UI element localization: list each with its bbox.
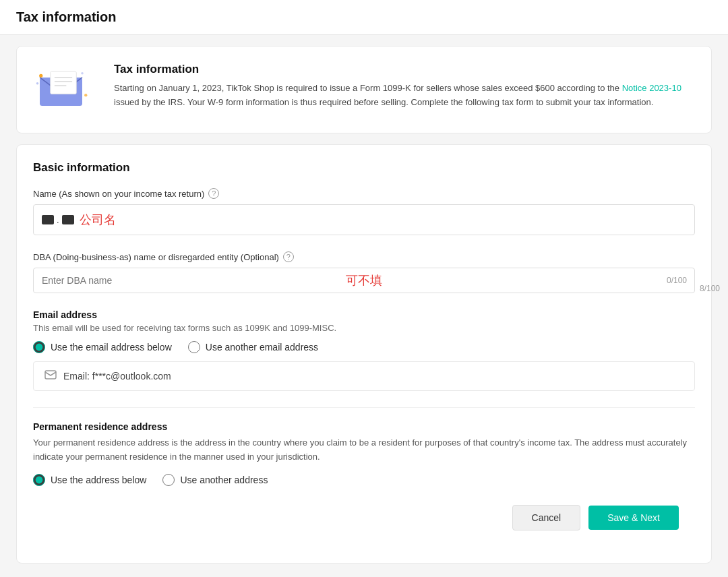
name-redacted: . <box>42 215 74 225</box>
email-section-desc: This email will be used for receiving ta… <box>33 323 695 333</box>
email-option-below-label: Use the email address below <box>51 342 172 353</box>
email-icon <box>44 370 57 382</box>
svg-point-7 <box>84 94 87 96</box>
address-section-title: Permanent residence address <box>33 421 695 432</box>
tax-info-title: Tax information <box>114 63 695 76</box>
basic-info-title: Basic information <box>33 161 695 175</box>
svg-point-5 <box>39 74 42 78</box>
name-dot: . <box>57 215 59 225</box>
redacted-block-2 <box>62 215 74 224</box>
redacted-block-1 <box>42 215 54 224</box>
dba-char-count: 0/100 <box>667 276 687 285</box>
dba-input[interactable] <box>33 268 695 293</box>
address-option-below[interactable]: Use the address below <box>33 474 146 486</box>
tax-info-description: Starting on January 1, 2023, TikTok Shop… <box>114 82 695 110</box>
email-section-title: Email address <box>33 309 695 320</box>
email-radio-another[interactable] <box>188 341 200 353</box>
email-value: f***c@outlook.com <box>92 371 171 382</box>
svg-point-6 <box>36 82 39 85</box>
address-option-below-label: Use the address below <box>51 475 146 485</box>
svg-rect-9 <box>45 371 56 379</box>
section-divider <box>33 407 695 408</box>
name-help-icon[interactable]: ? <box>208 188 219 199</box>
name-input-wrapper[interactable]: . 公司名 8/100 <box>33 204 695 235</box>
email-option-another[interactable]: Use another email address <box>188 341 318 353</box>
envelope-icon <box>33 63 94 110</box>
email-label-text: Email: f***c@outlook.com <box>63 371 171 382</box>
address-radio-below[interactable] <box>33 474 45 486</box>
email-option-below[interactable]: Use the email address below <box>33 341 172 353</box>
email-option-another-label: Use another email address <box>206 342 318 353</box>
address-radio-group: Use the address below Use another addres… <box>33 474 695 486</box>
address-option-another[interactable]: Use another address <box>162 474 268 486</box>
address-radio-another[interactable] <box>162 474 175 486</box>
dba-form-group: DBA (Doing-business-as) name or disregar… <box>33 251 695 293</box>
email-radio-below[interactable] <box>33 341 45 353</box>
notice-link[interactable]: Notice 2023-10 <box>622 83 681 93</box>
svg-rect-1 <box>51 71 77 94</box>
tax-info-content: Tax information Starting on January 1, 2… <box>114 63 695 110</box>
cancel-button[interactable]: Cancel <box>512 505 581 530</box>
address-section-desc: Your permanent residence address is the … <box>33 436 695 464</box>
email-radio-group: Use the email address below Use another … <box>33 341 695 353</box>
name-char-count: 8/100 <box>700 284 720 293</box>
save-next-button[interactable]: Save & Next <box>588 506 679 530</box>
tax-info-card: Tax information Starting on January 1, 2… <box>16 46 712 133</box>
dba-help-icon[interactable]: ? <box>283 251 294 262</box>
name-chinese-hint: 公司名 <box>80 212 116 228</box>
basic-info-card: Basic information Name (As shown on your… <box>16 144 712 564</box>
dba-input-wrapper: 0/100 可不填 <box>33 268 695 293</box>
page-wrapper: Tax information <box>0 0 728 564</box>
svg-point-8 <box>81 72 84 75</box>
footer-row: Cancel Save & Next <box>33 494 695 547</box>
page-header: Tax information <box>0 0 728 35</box>
name-form-group: Name (As shown on your income tax return… <box>33 188 695 235</box>
tax-icon-wrapper <box>33 63 100 117</box>
email-display-box: Email: f***c@outlook.com <box>33 361 695 391</box>
dba-label: DBA (Doing-business-as) name or disregar… <box>33 251 695 262</box>
name-label: Name (As shown on your income tax return… <box>33 188 695 199</box>
page-title: Tax information <box>16 9 712 25</box>
address-section: Permanent residence address Your permane… <box>33 421 695 486</box>
email-section: Email address This email will be used fo… <box>33 309 695 391</box>
address-option-another-label: Use another address <box>180 475 268 485</box>
